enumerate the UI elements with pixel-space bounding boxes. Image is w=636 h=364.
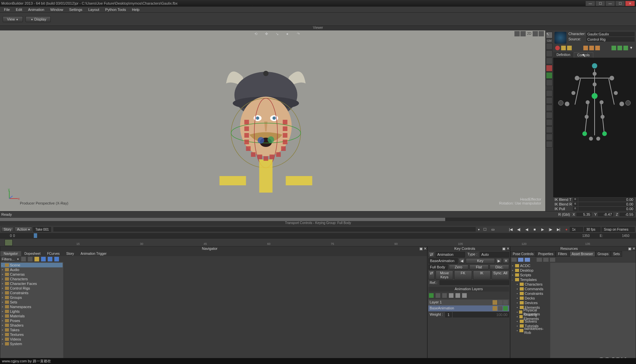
character-dropdown[interactable]: Gaulix:Gaulix [586, 32, 635, 36]
scale-tool-icon[interactable] [546, 58, 553, 64]
nav-tool-icon[interactable] [48, 257, 52, 261]
tree-item[interactable]: +Decks [511, 296, 550, 300]
maximize-button[interactable]: ☐ [596, 1, 605, 6]
nav-tool-icon[interactable] [54, 257, 59, 261]
rotate-tool-icon[interactable] [546, 50, 553, 57]
select-tool-icon[interactable]: ↖ [546, 32, 553, 38]
prop-value[interactable]: 0.00 [578, 198, 635, 202]
dot-tool-icon[interactable] [546, 134, 553, 140]
character-figure[interactable] [553, 58, 636, 197]
viewport-tool-icon[interactable] [539, 31, 544, 36]
prev-key-icon[interactable]: ◀ [459, 258, 465, 264]
tree-item[interactable]: +Scripts [511, 273, 550, 277]
orbit-icon[interactable]: ⟲ [254, 32, 262, 39]
resources-tree[interactable]: +ACDC+Desktop+Scripts-Templates+Characte… [510, 263, 550, 364]
menu-python-tools[interactable]: Python Tools [103, 7, 129, 12]
tree-item[interactable]: +Shading Elements [511, 314, 550, 319]
tree-item[interactable]: +Poses [1, 318, 63, 323]
action-dropdown[interactable]: Action ▾ [15, 227, 32, 232]
menu-edit[interactable]: Edit [13, 7, 25, 12]
tab-asset-browser[interactable]: Asset Browser [569, 251, 595, 257]
navigator-tree[interactable]: -Scene+Audio+Cameras+Characters+Characte… [0, 262, 63, 364]
speed-field[interactable]: 1x [570, 227, 583, 232]
ik-button[interactable]: IK [473, 270, 491, 280]
snap-field[interactable]: Snap on Frames [602, 227, 635, 232]
layer-tool-icon[interactable] [442, 293, 447, 298]
step-back-icon[interactable]: ◀| [516, 227, 521, 232]
tree-item[interactable]: -Templates [511, 277, 550, 282]
timeline-thumb[interactable] [5, 239, 13, 246]
tree-item[interactable]: -Scene [1, 263, 63, 267]
res-view-icon[interactable] [537, 258, 542, 262]
layer-row[interactable]: BaseAnimation [428, 305, 509, 311]
tab-fcurves[interactable]: FCurves [44, 251, 63, 256]
viewport-tool-icon[interactable] [533, 31, 538, 36]
panel-pin-icon[interactable]: ▣ [419, 247, 423, 251]
tree-item[interactable]: +Namespaces [1, 304, 63, 309]
tree-item[interactable]: +Sets [1, 300, 63, 304]
menu-window[interactable]: Window [48, 7, 66, 12]
layer-solo-icon[interactable] [493, 306, 497, 311]
prop-checkbox[interactable]: E [573, 207, 578, 211]
fps-field[interactable]: 30 fps [584, 227, 601, 232]
status-x[interactable]: 5.35 [576, 212, 592, 216]
goto-end-icon[interactable]: ▶| [556, 227, 561, 232]
cc-tool-icon[interactable] [617, 46, 622, 50]
cc-tool-icon[interactable] [589, 46, 594, 50]
tree-item[interactable]: +Characters [1, 277, 63, 281]
weight-value[interactable]: 100.00 [453, 312, 509, 317]
viewport-scrollbar[interactable] [0, 217, 636, 221]
next-key-icon[interactable]: ▶ [496, 258, 502, 264]
light-tool-icon[interactable] [546, 119, 553, 126]
nav-tool-icon[interactable] [21, 257, 26, 261]
head-effector[interactable] [592, 63, 597, 68]
wireframe-tool-icon[interactable] [546, 97, 553, 104]
tree-item[interactable]: +Desktop [511, 268, 550, 273]
cc-tool-icon[interactable] [567, 46, 572, 50]
cc-tool-icon[interactable] [611, 46, 616, 50]
res-view-icon[interactable] [550, 258, 555, 262]
layer-row[interactable]: Layer 1 [428, 299, 509, 305]
brush-tool-icon[interactable] [546, 65, 553, 71]
status-y[interactable]: -8.47 [598, 212, 613, 216]
app-minimize-button[interactable]: — [606, 1, 615, 6]
tree-item[interactable]: +ACDC [511, 263, 550, 268]
menu-settings[interactable]: Settings [67, 7, 85, 12]
viewport[interactable]: 2D [0, 30, 545, 211]
record-icon[interactable]: ● [564, 227, 569, 232]
prop-checkbox[interactable]: E [573, 202, 578, 206]
tree-item[interactable]: +Constraints [511, 291, 550, 296]
res-view-icon[interactable] [525, 258, 530, 262]
tree-item[interactable]: +Character Faces [1, 281, 63, 286]
stop-icon[interactable]: ■ [532, 227, 537, 232]
res-view-icon[interactable] [518, 258, 523, 262]
layer-tool-icon[interactable] [449, 293, 453, 298]
tab-properties[interactable]: Properties [536, 251, 556, 257]
misc-tool-icon[interactable] [546, 141, 553, 148]
tree-item[interactable]: +Groups [1, 295, 63, 300]
layer-tool-icon[interactable] [462, 293, 467, 298]
layer-tool-icon[interactable] [455, 293, 460, 298]
res-view-icon[interactable] [543, 258, 549, 262]
layer-lock-icon[interactable] [503, 306, 508, 311]
movekeys-button[interactable]: Move Keys [436, 270, 453, 280]
nav-tool-icon[interactable] [34, 257, 39, 261]
panel-close-icon[interactable]: ✕ [632, 247, 636, 251]
layer-tool-icon[interactable] [429, 293, 434, 298]
pan-icon[interactable]: ✥ [265, 32, 272, 39]
take-field[interactable]: Take 001 [33, 227, 51, 232]
tab-navigator[interactable]: Navigator [0, 251, 21, 256]
loop2-icon[interactable]: ▭ [491, 227, 495, 232]
step-fwd-icon[interactable]: |▶ [548, 227, 553, 232]
close-button[interactable]: ✕ [625, 1, 635, 6]
zoom-icon[interactable]: ● [286, 32, 293, 39]
play-back-icon[interactable]: ◀ [524, 227, 529, 232]
tree-item[interactable]: +Devices [511, 300, 550, 305]
play-icon[interactable]: ▶ [540, 227, 545, 232]
tree-item[interactable]: +twinkletoes-Rob [511, 328, 550, 333]
tree-item[interactable]: +Shaders [1, 323, 63, 328]
layer-list[interactable]: Layer 1 BaseAnimation [428, 299, 509, 311]
app-maximize-button[interactable]: ☐ [615, 1, 625, 6]
prop-value[interactable]: 0.00 [578, 207, 635, 211]
menu-animation[interactable]: Animation [26, 7, 47, 12]
